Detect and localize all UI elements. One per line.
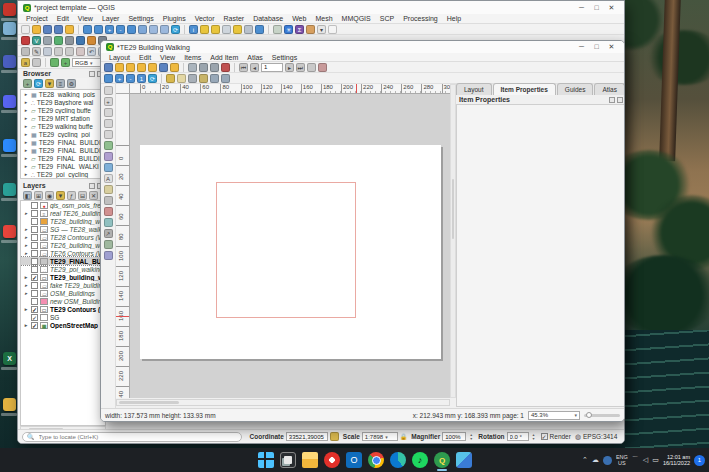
- zoom-out-icon[interactable]: -: [126, 74, 135, 83]
- zoom-100-icon[interactable]: 1: [137, 74, 146, 83]
- expand-icon[interactable]: ▸: [23, 139, 29, 145]
- layer-visibility-checkbox[interactable]: [31, 250, 38, 257]
- expand-icon[interactable]: ▸: [23, 274, 29, 280]
- onedrive-cloud-icon[interactable]: ☁: [592, 456, 599, 464]
- add-label-icon[interactable]: A: [104, 174, 113, 183]
- browser-item[interactable]: ▸▦TE29_FINAL_BUILDI: [21, 138, 105, 146]
- headset-icon[interactable]: [603, 456, 612, 465]
- qgis-menu-mmqgis[interactable]: MMQGIS: [338, 14, 375, 23]
- add-raster-layer-icon[interactable]: [43, 36, 52, 45]
- layer-item[interactable]: ▸▭TE29_building_walking: [21, 273, 105, 281]
- raster-zoom-stretch-icon[interactable]: +: [61, 58, 70, 67]
- layer-item[interactable]: ●gis_osm_pois_free_1: [21, 201, 105, 209]
- remove-layer-icon[interactable]: ✕: [89, 191, 98, 200]
- qgis-menu-help[interactable]: Help: [443, 14, 465, 23]
- open-project-icon[interactable]: [32, 25, 41, 34]
- zoom-in-icon[interactable]: +: [105, 25, 114, 34]
- save-as-icon[interactable]: [54, 25, 63, 34]
- duplicate-layout-icon[interactable]: [126, 63, 135, 72]
- add-north-arrow-icon[interactable]: [104, 207, 113, 216]
- open-layer-styling-icon[interactable]: ◧: [23, 191, 32, 200]
- zoom-last-icon[interactable]: [149, 25, 158, 34]
- layer-visibility-checkbox[interactable]: [31, 322, 38, 329]
- close-button[interactable]: ✕: [604, 41, 619, 53]
- qgis-menu-processing[interactable]: Processing: [399, 14, 442, 23]
- qgis-menu-web[interactable]: Web: [288, 14, 310, 23]
- tab-guides[interactable]: Guides: [557, 83, 594, 95]
- qgis-menu-mesh[interactable]: Mesh: [311, 14, 336, 23]
- save-as-template-icon[interactable]: [159, 63, 168, 72]
- refresh-browser-icon[interactable]: ⟳: [34, 79, 43, 88]
- float-panel-icon[interactable]: [609, 97, 615, 103]
- layer-item[interactable]: ▸▭TE28 Contours (Walking): [21, 233, 105, 241]
- zoom-level-combo[interactable]: 45.3%▾: [528, 411, 580, 420]
- plugin-dropdown-icon[interactable]: ▾: [317, 25, 326, 34]
- task-view-button[interactable]: [280, 452, 296, 468]
- qgis-menu-edit[interactable]: Edit: [53, 14, 73, 23]
- spotify-button[interactable]: ♪: [412, 452, 428, 468]
- layer-item[interactable]: ∴TE29_poi_walking: [21, 265, 105, 273]
- map-item-frame[interactable]: [216, 182, 356, 318]
- chrome-shortcut-icon[interactable]: [3, 225, 16, 238]
- start-button[interactable]: [258, 452, 274, 468]
- browser-item[interactable]: ▸▱TE29 walking buffe: [21, 122, 105, 130]
- processing-toolbox-icon[interactable]: ✳: [284, 25, 293, 34]
- tab-item-properties[interactable]: Item Properties: [493, 83, 556, 95]
- statistics-icon[interactable]: Σ: [295, 25, 304, 34]
- bookmark-icon[interactable]: [255, 25, 264, 34]
- expand-all-icon[interactable]: ⊟: [78, 191, 87, 200]
- layer-item[interactable]: ▸▭fake TE29_building_walki: [21, 281, 105, 289]
- scale-combo[interactable]: 1:7898▾: [362, 432, 398, 441]
- refresh-map-icon[interactable]: ⟳: [171, 25, 180, 34]
- save-project-icon[interactable]: [104, 63, 113, 72]
- layout-canvas[interactable]: [130, 94, 450, 398]
- layer-visibility-checkbox[interactable]: [31, 290, 38, 297]
- teams-shortcut-icon[interactable]: [3, 55, 16, 68]
- expand-icon[interactable]: ▸: [23, 123, 29, 129]
- atlas-settings-icon[interactable]: [307, 63, 316, 72]
- deselect-features-icon[interactable]: [211, 25, 220, 34]
- browser-item[interactable]: ▸▦TE29_cycling_poi: [21, 130, 105, 138]
- teal-app-shortcut-icon[interactable]: [3, 183, 16, 196]
- metasearch-icon[interactable]: [306, 25, 315, 34]
- layer-visibility-checkbox[interactable]: [31, 218, 38, 225]
- tray-chevron-icon[interactable]: ⌃: [582, 456, 588, 464]
- lock-scale-icon[interactable]: 🔒: [400, 433, 408, 440]
- add-map-icon[interactable]: [104, 141, 113, 150]
- browser-item[interactable]: ▸∴TE29 Bayshore wal: [21, 98, 105, 106]
- add-wms-icon[interactable]: [87, 36, 96, 45]
- expand-icon[interactable]: ▸: [23, 115, 29, 121]
- battery-icon[interactable]: ▭: [652, 456, 659, 464]
- measure-icon[interactable]: [244, 25, 253, 34]
- layer-item[interactable]: ▸▭OSM_Buildings: [21, 289, 105, 297]
- add-feature-icon[interactable]: [54, 47, 63, 56]
- expand-icon[interactable]: ▸: [23, 163, 29, 169]
- layer-item[interactable]: ▸▭TE26_building_walking: [21, 241, 105, 249]
- layer-item[interactable]: TE28_building_walking: [21, 217, 105, 225]
- new-from-template-icon[interactable]: [65, 25, 74, 34]
- vertex-tool-icon[interactable]: [65, 47, 74, 56]
- export-pdf-icon[interactable]: [221, 63, 230, 72]
- qgis-menu-database[interactable]: Database: [249, 14, 287, 23]
- filter-legend-icon[interactable]: ▼: [56, 191, 65, 200]
- layer-visibility-checkbox[interactable]: [31, 314, 38, 321]
- add-picture-icon[interactable]: [104, 163, 113, 172]
- minimize-button[interactable]: ─: [574, 41, 589, 53]
- photos-button[interactable]: [456, 452, 472, 468]
- browser-item[interactable]: ▸▱TE29 cycling buffe: [21, 106, 105, 114]
- layer-item[interactable]: ▸≡real TE26_building_walki: [21, 209, 105, 217]
- add-html-icon[interactable]: [104, 251, 113, 260]
- locate-input[interactable]: [37, 433, 237, 441]
- attribute-table-icon[interactable]: [222, 25, 231, 34]
- zoom-full-icon[interactable]: [127, 25, 136, 34]
- expand-icon[interactable]: ▸: [23, 131, 29, 137]
- expand-icon[interactable]: ▸: [23, 242, 29, 248]
- qgis-menu-raster[interactable]: Raster: [220, 14, 249, 23]
- delete-selected-icon[interactable]: [76, 47, 85, 56]
- close-panel-icon[interactable]: [617, 97, 623, 103]
- expand-icon[interactable]: ▸: [23, 147, 29, 153]
- pan-map-icon[interactable]: [83, 25, 92, 34]
- add-postgis-icon[interactable]: [76, 36, 85, 45]
- wifi-icon[interactable]: ⌒: [632, 455, 639, 465]
- map-overview-icon[interactable]: [273, 25, 282, 34]
